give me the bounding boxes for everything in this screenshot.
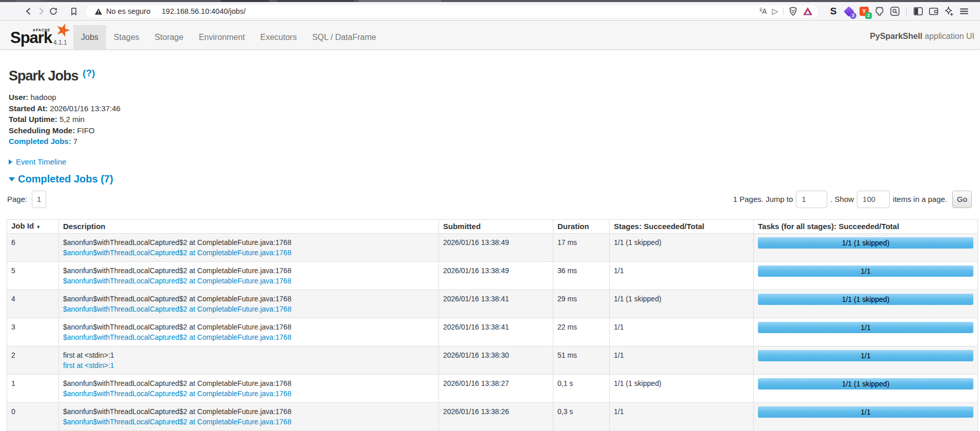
items-per-page-input[interactable] — [857, 191, 890, 208]
duration-cell: 17 ms — [553, 233, 610, 261]
completed-jobs-info: Completed Jobs: 7 — [9, 136, 978, 147]
description-cell: $anonfun$withThreadLocalCaptured$2 at Co… — [59, 402, 439, 430]
duration-cell: 22 ms — [553, 318, 610, 346]
tasks-cell: 1/1 (1 skipped) — [754, 233, 978, 261]
submitted-cell: 2026/01/16 13:38:49 — [439, 233, 553, 261]
page-number-input[interactable] — [32, 191, 46, 208]
back-button[interactable] — [23, 5, 35, 17]
forward-button[interactable] — [35, 5, 47, 17]
show-label: . Show — [830, 195, 854, 203]
job-detail-link[interactable]: $anonfun$withThreadLocalCaptured$2 at Co… — [63, 249, 291, 257]
description-cell: $anonfun$withThreadLocalCaptured$2 at Co… — [59, 233, 439, 261]
nav-tab-sql[interactable]: SQL / DataFrame — [305, 25, 384, 49]
pagination-bar: Page: 1 Pages. Jump to . Show items in a… — [7, 191, 978, 208]
uptime-info: Total Uptime: 5,2 min — [9, 114, 978, 125]
event-timeline-toggle[interactable]: Event Timeline — [9, 156, 978, 167]
hamburger-menu-icon — [959, 7, 969, 16]
go-button[interactable]: Go — [952, 191, 972, 208]
completed-jobs-header[interactable]: Completed Jobs (7) — [9, 173, 978, 185]
extension-finder[interactable] — [889, 6, 901, 17]
spark-logo-text: Spark — [10, 29, 52, 47]
share-icon[interactable]: ▷ — [772, 7, 778, 16]
sidebar-toggle[interactable] — [912, 6, 924, 17]
extension-orange[interactable]: Y 2 — [858, 6, 870, 17]
extension-s[interactable]: S — [828, 6, 839, 17]
col-header-job-id[interactable]: Job Id▼ — [7, 219, 59, 233]
browser-toolbar: No es seguro 192.168.56.10:4040/jobs/ x̄… — [0, 2, 980, 20]
stages-cell: 1/1 — [610, 402, 754, 430]
job-id-cell: 5 — [7, 261, 59, 290]
extension-purple[interactable]: 3 — [843, 6, 854, 17]
jump-to-input[interactable] — [796, 191, 827, 208]
items-label: items in a page. — [893, 195, 947, 203]
brave-shield-icon[interactable] — [789, 7, 797, 16]
completed-jobs-table: Job Id▼ Description Submitted Duration S… — [7, 219, 978, 431]
nav-tab-executors[interactable]: Executors — [252, 25, 304, 49]
sort-desc-icon: ▼ — [36, 224, 41, 230]
col-header-description[interactable]: Description — [59, 219, 439, 233]
table-row: 6 $anonfun$withThreadLocalCaptured$2 at … — [7, 233, 978, 261]
expand-arrow-icon — [9, 177, 15, 181]
nav-tab-environment[interactable]: Environment — [191, 25, 253, 49]
url-text: 192.168.56.10:4040/jobs/ — [162, 7, 246, 15]
job-id-cell: 4 — [7, 290, 59, 318]
duration-cell: 36 ms — [553, 261, 610, 290]
stages-cell: 1/1 (1 skipped) — [610, 290, 754, 318]
url-bar[interactable]: No es seguro 192.168.56.10:4040/jobs/ x̄… — [86, 5, 818, 17]
reload-button[interactable] — [47, 5, 59, 17]
urlbar-divider — [783, 8, 784, 15]
extension-badge: 2 — [865, 12, 872, 19]
menu-button[interactable] — [958, 6, 970, 17]
submitted-cell: 2026/01/16 13:38:27 — [439, 374, 553, 402]
spark-version: 4.1.1 — [53, 39, 67, 46]
duration-cell: 51 ms — [553, 346, 610, 374]
job-id-cell: 3 — [7, 318, 59, 346]
nav-tab-storage[interactable]: Storage — [147, 25, 191, 49]
stages-cell: 1/1 (1 skipped) — [610, 233, 754, 261]
tasks-cell: 1/1 (1 skipped) — [754, 374, 978, 402]
submitted-cell: 2026/01/16 13:38:41 — [439, 290, 553, 318]
col-header-submitted[interactable]: Submitted — [439, 219, 553, 233]
nav-tab-stages[interactable]: Stages — [106, 25, 147, 49]
help-link[interactable]: (?) — [83, 68, 95, 78]
leo-ai-button[interactable] — [943, 6, 954, 17]
application-title: PySparkShell application UI — [870, 32, 974, 41]
nav-tab-jobs[interactable]: Jobs — [73, 25, 106, 49]
submitted-cell: 2026/01/16 13:38:26 — [439, 402, 553, 430]
duration-cell: 29 ms — [553, 290, 610, 318]
toolbar-divider — [906, 7, 907, 15]
job-id-cell: 1 — [7, 374, 59, 402]
col-header-duration[interactable]: Duration — [553, 219, 610, 233]
submitted-cell: 2026/01/16 13:38:49 — [439, 261, 553, 290]
duration-cell: 0,3 s — [553, 402, 610, 430]
bookmark-button[interactable] — [68, 5, 80, 17]
completed-jobs-link[interactable]: Completed Jobs: — [9, 137, 71, 146]
bat-rewards-icon[interactable] — [803, 7, 813, 16]
description-cell: first at <stdin>:1first at <stdin>:1 — [59, 346, 439, 374]
extension-octocat[interactable] — [874, 6, 885, 17]
job-detail-link[interactable]: $anonfun$withThreadLocalCaptured$2 at Co… — [63, 277, 291, 285]
job-detail-link[interactable]: $anonfun$withThreadLocalCaptured$2 at Co… — [63, 418, 291, 426]
col-header-tasks[interactable]: Tasks (for all stages): Succeeded/Total — [754, 219, 978, 233]
job-detail-link[interactable]: $anonfun$withThreadLocalCaptured$2 at Co… — [63, 333, 291, 341]
sparkle-icon — [944, 6, 954, 16]
sidebar-icon — [913, 7, 923, 16]
scheduling-mode-info: Scheduling Mode: FIFO — [9, 125, 978, 136]
collapse-arrow-icon — [9, 159, 12, 165]
back-icon — [24, 7, 33, 16]
job-id-cell: 0 — [7, 402, 59, 430]
description-cell: $anonfun$withThreadLocalCaptured$2 at Co… — [59, 290, 439, 318]
user-info: User: hadoop — [9, 92, 978, 103]
job-detail-link[interactable]: $anonfun$withThreadLocalCaptured$2 at Co… — [63, 389, 291, 398]
tasks-progress-bar: 1/1 (1 skipped) — [758, 237, 973, 249]
job-detail-link[interactable]: first at <stdin>:1 — [63, 361, 114, 370]
translate-icon[interactable]: x̄A — [759, 7, 767, 15]
col-header-stages[interactable]: Stages: Succeeded/Total — [610, 219, 754, 233]
wallet-button[interactable] — [928, 6, 939, 17]
tasks-cell: 1/1 — [754, 402, 978, 430]
not-secure-label: No es seguro — [106, 7, 150, 15]
job-detail-link[interactable]: $anonfun$withThreadLocalCaptured$2 at Co… — [63, 305, 291, 313]
spark-logo[interactable]: APACHE ★ Spark 4.1.1 — [5, 22, 77, 49]
tasks-progress-bar: 1/1 — [758, 406, 973, 418]
stages-cell: 1/1 (1 skipped) — [610, 374, 754, 402]
